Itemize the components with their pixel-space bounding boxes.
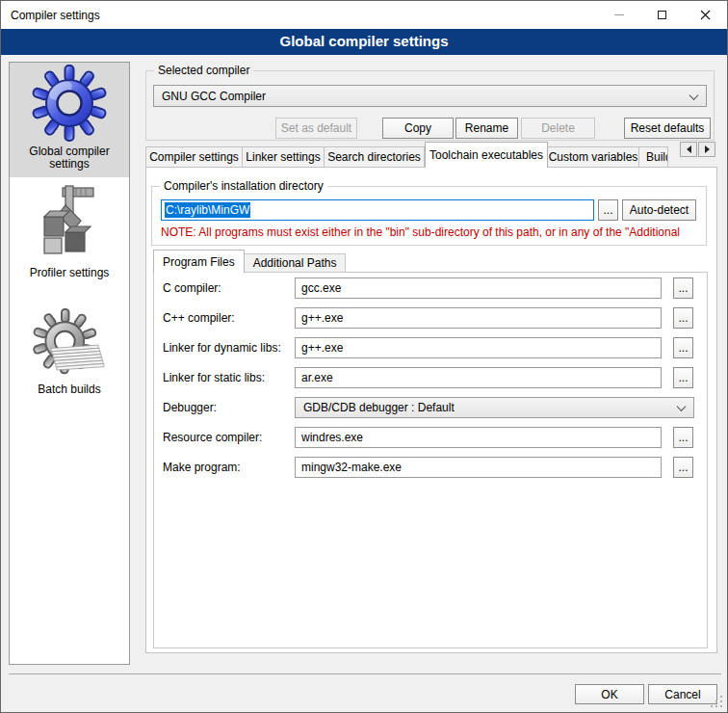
linker-dynamic-label: Linker for dynamic libs: [163,337,292,358]
reset-defaults-button[interactable]: Reset defaults [624,118,711,139]
c-compiler-browse-button[interactable]: ... [673,277,693,299]
sidebar-item-global-compiler-settings[interactable]: Global compiler settings [10,63,129,177]
settings-category-list: Global compiler settings Profiler set [9,62,130,665]
tab-search-directories[interactable]: Search directories [325,146,425,168]
linker-dynamic-browse-button[interactable]: ... [673,337,693,358]
grey-gear-stack-icon [33,308,106,378]
page-title: Global compiler settings [1,29,727,55]
linker-dynamic-input[interactable] [295,337,662,358]
maximize-icon [658,11,666,19]
sidebar-item-profiler-settings[interactable]: Profiler settings [10,182,129,279]
compiler-settings-dialog: Compiler settings Global compiler settin… [0,0,728,713]
profiler-caliper-icon [31,182,108,259]
auto-detect-button[interactable]: Auto-detect [622,199,696,221]
browse-directory-button[interactable]: ... [598,199,618,221]
set-as-default-button[interactable]: Set as default [275,118,357,139]
close-button[interactable] [684,1,727,29]
group-label: Compiler's installation directory [160,179,327,193]
bin-subdirectory-note: NOTE: All programs must exist either in … [161,225,701,240]
window-controls [597,1,727,29]
minimize-icon [614,14,624,15]
resource-compiler-browse-button[interactable]: ... [673,427,693,448]
resource-compiler-label: Resource compiler: [163,427,292,448]
window-title: Compiler settings [1,9,100,22]
sidebar-item-label: Global compiler settings [29,145,109,171]
installation-directory-input[interactable]: C:\raylib\MinGW [161,199,594,221]
close-icon [700,10,711,20]
tab-custom-variables[interactable]: Custom variables [548,146,639,168]
tab-linker-settings[interactable]: Linker settings [243,146,325,168]
debugger-select[interactable]: GDB/CDB debugger : Default [295,397,694,418]
resize-grip[interactable] [720,705,722,707]
maximize-button[interactable] [640,1,684,29]
make-program-label: Make program: [163,457,292,478]
c-compiler-label: C compiler: [163,277,292,299]
cpp-compiler-label: C++ compiler: [163,307,292,329]
tab-scroll-right-button[interactable] [698,142,715,157]
cpp-compiler-browse-button[interactable]: ... [673,307,693,329]
blue-gear-icon [31,65,108,142]
sidebar-item-label: Batch builds [38,383,100,396]
program-files-tabstrip: Program Files Additional Paths [153,250,346,273]
delete-button[interactable]: Delete [521,118,595,139]
make-program-input[interactable] [295,457,662,478]
minimize-button[interactable] [597,1,640,29]
tab-scroll-left-button[interactable] [680,142,697,157]
compiler-select[interactable]: GNU GCC Compiler [153,85,707,107]
subtab-additional-paths[interactable]: Additional Paths [245,253,347,273]
settings-tabstrip: Compiler settings Linker settings Search… [145,142,668,168]
linker-static-browse-button[interactable]: ... [673,367,693,388]
tab-build-options[interactable]: Build [639,146,668,168]
sidebar-item-label: Profiler settings [30,267,110,279]
debugger-select-value: GDB/CDB debugger : Default [303,401,455,414]
linker-static-label: Linker for static libs: [163,367,292,388]
footer-divider [9,673,721,674]
chevron-down-icon [677,402,687,411]
tab-compiler-settings[interactable]: Compiler settings [145,146,243,168]
debugger-label: Debugger: [163,397,292,418]
group-label: Selected compiler [154,64,253,77]
cancel-button[interactable]: Cancel [648,684,717,704]
ok-button[interactable]: OK [575,684,644,704]
titlebar: Compiler settings [1,1,727,29]
make-program-browse-button[interactable]: ... [673,457,693,478]
rename-button[interactable]: Rename [455,118,518,139]
copy-button[interactable]: Copy [382,118,454,139]
selected-path-text: C:\raylib\MinGW [165,202,250,218]
linker-static-input[interactable] [295,367,662,388]
chevron-down-icon [689,91,699,100]
subtab-program-files[interactable]: Program Files [153,250,245,273]
tab-toolchain-executables[interactable]: Toolchain executables [425,142,548,168]
compiler-select-value: GNU GCC Compiler [162,90,266,103]
c-compiler-input[interactable] [295,277,662,299]
left-arrow-icon [687,145,691,153]
cpp-compiler-input[interactable] [295,307,662,329]
resource-compiler-input[interactable] [295,427,662,448]
right-arrow-icon [705,145,710,153]
sidebar-item-batch-builds[interactable]: Batch builds [10,308,129,396]
